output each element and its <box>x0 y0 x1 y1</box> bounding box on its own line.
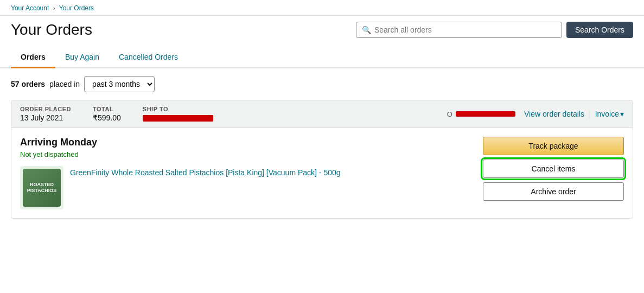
product-image-inner: ROASTED PISTACHIOS <box>23 169 61 207</box>
order-shipto-group: SHIP TO <box>143 106 213 122</box>
order-id-prefix: O <box>447 110 452 118</box>
search-input[interactable] <box>374 26 556 34</box>
order-item-area: ROASTED PISTACHIOS GreenFinity Whole Roa… <box>20 166 483 209</box>
search-button[interactable]: Search Orders <box>566 22 633 38</box>
product-link[interactable]: GreenFinity Whole Roasted Salted Pistach… <box>70 166 483 177</box>
breadcrumb: Your Account › Your Orders <box>11 4 633 12</box>
search-area: 🔍 Search Orders <box>356 22 633 38</box>
order-card-header: ORDER PLACED 13 July 2021 TOTAL ₹599.00 … <box>11 100 633 128</box>
breadcrumb-separator: › <box>53 4 55 12</box>
order-placed-date: 13 July 2021 <box>20 113 71 122</box>
tab-orders[interactable]: Orders <box>11 47 55 68</box>
order-card: ORDER PLACED 13 July 2021 TOTAL ₹599.00 … <box>11 100 633 219</box>
page-title: Your Orders <box>11 21 92 39</box>
tab-cancelled-orders[interactable]: Cancelled Orders <box>109 47 188 68</box>
order-placed-group: ORDER PLACED 13 July 2021 <box>20 106 71 122</box>
order-substatus: Not yet dispatched <box>20 150 483 158</box>
order-shipto-value <box>143 113 213 122</box>
divider: | <box>589 110 591 118</box>
track-package-button[interactable]: Track package <box>483 137 624 155</box>
search-box: 🔍 <box>356 22 562 38</box>
invoice-dropdown[interactable]: Invoice ▾ <box>595 110 624 118</box>
search-icon: 🔍 <box>362 26 371 34</box>
breadcrumb-orders[interactable]: Your Orders <box>59 4 94 12</box>
cancel-items-button[interactable]: Cancel items <box>483 160 624 178</box>
period-select[interactable]: past 3 months Last 30 days 2021 2020 <box>84 76 155 92</box>
product-image: ROASTED PISTACHIOS <box>20 166 63 209</box>
order-number-area: O <box>447 110 515 118</box>
order-total-value: ₹599.00 <box>93 113 121 122</box>
order-id-redacted <box>456 111 515 117</box>
page-header: Your Orders 🔍 Search Orders <box>0 16 644 47</box>
tabs-bar: Orders Buy Again Cancelled Orders <box>0 47 644 68</box>
order-shipto-label: SHIP TO <box>143 106 213 112</box>
chevron-down-icon: ▾ <box>620 110 624 118</box>
breadcrumb-account[interactable]: Your Account <box>11 4 49 12</box>
order-total-label: TOTAL <box>93 106 121 112</box>
order-links: View order details | Invoice ▾ <box>524 110 624 118</box>
invoice-label: Invoice <box>595 110 619 118</box>
tab-buy-again[interactable]: Buy Again <box>55 47 109 68</box>
order-id-line: O <box>447 110 515 118</box>
orders-count: 57 orders <box>11 80 45 88</box>
order-header-right: O View order details | Invoice ▾ <box>447 110 624 118</box>
orders-controls: 57 orders placed in past 3 months Last 3… <box>0 68 644 100</box>
order-card-body: Arriving Monday Not yet dispatched ROAST… <box>11 128 633 218</box>
shipto-redacted <box>143 115 213 122</box>
order-total-group: TOTAL ₹599.00 <box>93 106 121 122</box>
order-status-heading: Arriving Monday <box>20 137 483 148</box>
order-actions: Track package Cancel items Archive order <box>483 137 624 201</box>
archive-order-button[interactable]: Archive order <box>483 182 624 201</box>
order-placed-label: ORDER PLACED <box>20 106 71 112</box>
placed-in-label: placed in <box>49 80 80 88</box>
view-order-details-link[interactable]: View order details <box>524 110 584 118</box>
